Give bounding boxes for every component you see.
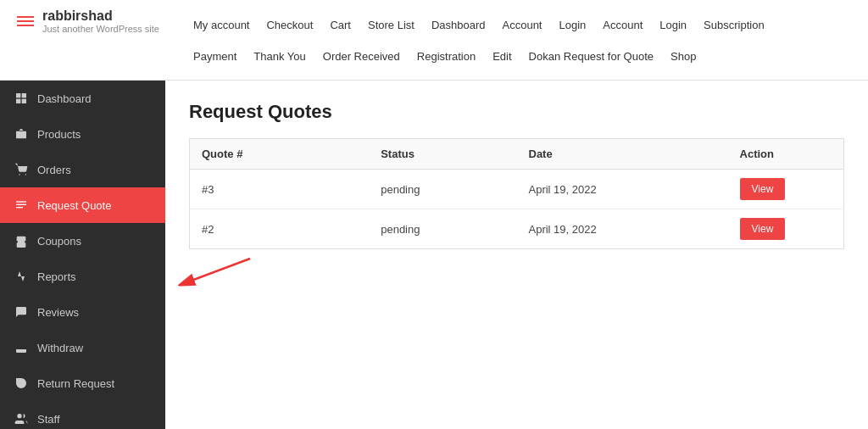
sidebar-item-staff[interactable]: Staff (0, 401, 165, 429)
withdraw-icon (14, 340, 29, 355)
svg-rect-1 (16, 93, 20, 98)
sidebar-label-coupons: Coupons (37, 235, 81, 248)
site-name: rabbirshad (42, 8, 159, 24)
view-button-2[interactable]: View (740, 218, 786, 240)
primary-nav: My account Checkout Cart Store List Dash… (186, 8, 851, 42)
table-header-row: Quote # Status Date Action (190, 139, 844, 170)
nav-store-list[interactable]: Store List (361, 15, 421, 35)
coupons-icon (14, 233, 29, 248)
svg-point-10 (17, 414, 21, 418)
nav-order-received[interactable]: Order Received (316, 47, 407, 66)
nav-dashboard[interactable]: Dashboard (425, 15, 492, 35)
nav-area: My account Checkout Cart Store List Dash… (186, 8, 851, 71)
reviews-icon (14, 304, 29, 320)
return-request-icon (14, 376, 29, 391)
nav-shop[interactable]: Shop (664, 47, 703, 66)
view-button-1[interactable]: View (740, 178, 786, 200)
reports-icon (14, 269, 29, 284)
main-content: Request Quotes Quote # Status Date Actio… (165, 81, 868, 429)
col-header-date: Date (517, 139, 728, 170)
svg-rect-3 (16, 99, 20, 103)
quote-action-1: View (728, 170, 844, 209)
quote-status-1: pending (369, 170, 516, 209)
nav-payment[interactable]: Payment (186, 47, 243, 66)
sidebar-item-reviews[interactable]: Reviews (0, 294, 165, 330)
sidebar-item-products[interactable]: Products (0, 116, 165, 152)
main-layout: Dashboard Products Orders Request Quote (0, 81, 868, 429)
quote-date-1: April 19, 2022 (517, 170, 728, 209)
site-tagline: Just another WordPress site (42, 24, 159, 34)
quote-date-2: April 19, 2022 (517, 209, 728, 249)
sidebar-label-reports: Reports (37, 270, 76, 283)
sidebar-label-products: Products (37, 128, 81, 141)
request-quote-icon (14, 198, 29, 213)
table-row: #2 pending April 19, 2022 View (190, 209, 844, 249)
sidebar-item-reports[interactable]: Reports (0, 259, 165, 294)
svg-rect-9 (16, 207, 23, 208)
quote-number-2: #2 (190, 209, 370, 249)
sidebar-label-staff: Staff (37, 413, 60, 426)
nav-my-account[interactable]: My account (186, 15, 256, 35)
sidebar-item-withdraw[interactable]: Withdraw (0, 330, 165, 365)
site-logo: rabbirshad Just another WordPress site (17, 8, 186, 34)
nav-checkout[interactable]: Checkout (259, 15, 320, 35)
svg-point-6 (25, 174, 26, 175)
svg-rect-7 (16, 201, 26, 202)
menu-icon[interactable] (17, 16, 34, 26)
sidebar-item-dashboard[interactable]: Dashboard (0, 81, 165, 116)
quote-number-1: #3 (190, 170, 370, 209)
sidebar-label-reviews: Reviews (37, 306, 79, 319)
nav-login-2[interactable]: Login (653, 15, 693, 35)
sidebar-label-withdraw: Withdraw (37, 342, 83, 354)
nav-registration[interactable]: Registration (410, 47, 482, 66)
staff-icon (14, 411, 29, 426)
nav-edit[interactable]: Edit (486, 47, 518, 66)
col-header-action: Action (728, 139, 844, 170)
page-title: Request Quotes (189, 101, 844, 123)
sidebar-label-request-quote: Request Quote (37, 199, 111, 212)
quote-status-2: pending (369, 209, 516, 249)
svg-point-5 (19, 174, 19, 175)
orders-icon (14, 162, 29, 177)
nav-dokan-request[interactable]: Dokan Request for Quote (522, 47, 660, 66)
dashboard-icon (14, 91, 29, 106)
sidebar-label-dashboard: Dashboard (37, 92, 92, 105)
nav-login-1[interactable]: Login (552, 15, 593, 35)
site-header: rabbirshad Just another WordPress site M… (0, 0, 868, 81)
sidebar-item-coupons[interactable]: Coupons (0, 223, 165, 259)
svg-rect-2 (22, 93, 26, 98)
sidebar-label-return-request: Return Request (37, 377, 114, 390)
quote-action-2: View (728, 209, 844, 249)
sidebar-label-orders: Orders (37, 164, 71, 176)
col-header-status: Status (369, 139, 516, 170)
sidebar-item-request-quote[interactable]: Request Quote (0, 187, 165, 223)
nav-account-2[interactable]: Account (596, 15, 649, 35)
nav-cart[interactable]: Cart (323, 15, 358, 35)
nav-subscription[interactable]: Subscription (697, 15, 771, 35)
sidebar: Dashboard Products Orders Request Quote (0, 81, 165, 429)
secondary-nav: Payment Thank You Order Received Registr… (186, 42, 851, 71)
quotes-table: Quote # Status Date Action #3 pending Ap… (189, 138, 844, 249)
svg-rect-8 (16, 204, 26, 205)
col-header-quote: Quote # (190, 139, 370, 170)
products-icon (14, 126, 29, 142)
svg-rect-4 (22, 99, 26, 103)
sidebar-item-orders[interactable]: Orders (0, 152, 165, 187)
table-row: #3 pending April 19, 2022 View (190, 170, 844, 209)
sidebar-item-return-request[interactable]: Return Request (0, 365, 165, 401)
nav-account-1[interactable]: Account (496, 15, 549, 35)
nav-thank-you[interactable]: Thank You (247, 47, 312, 66)
